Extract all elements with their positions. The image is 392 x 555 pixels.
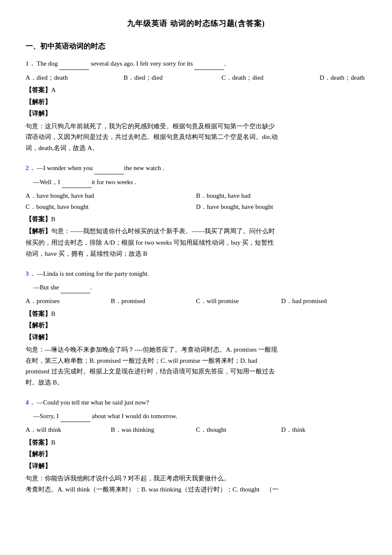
option-d: D．had promised — [281, 296, 366, 307]
option-a: A．promises — [26, 296, 111, 307]
q3-detail: 句意：---琳达今晚不来参加晚会了吗？----但她答应了。考查动词时态。A. p… — [26, 344, 366, 388]
q4-number: 4． — [26, 399, 35, 406]
option-a: A．died；death — [26, 72, 119, 84]
option-c: C．will promise — [196, 296, 281, 307]
question-3: 3． —Linda is not coming for the party to… — [26, 269, 366, 388]
q1-analysis-tag: 【解析】 — [26, 97, 366, 108]
q4-text: 4． —Could you tell me what he said just … — [26, 397, 366, 408]
option-b: B．promised — [111, 296, 196, 307]
q2-text: 2． —I wonder when you the new watch . — [26, 163, 366, 174]
q1-detail-tag: 【详解】 — [26, 108, 366, 119]
q1-text: 1． The dog several days ago. I felt very… — [26, 58, 366, 70]
q2-text2: —Well，I it for two weeks . — [33, 177, 366, 188]
page-title: 九年级英语 动词的时态练习题(含答案) — [26, 17, 366, 30]
q1-answer: 【答案】A — [26, 85, 366, 96]
question-1: 1． The dog several days ago. I felt very… — [26, 58, 366, 153]
q4-detail: 句意：你能告诉我他刚才说什么吗？对不起，我正考虑明天我要做什么。 考查时态。A.… — [26, 473, 366, 495]
q3-answer: 【答案】B — [26, 309, 366, 320]
option-c: C．death；died — [222, 72, 315, 84]
q4-analysis-tag: 【解析】 — [26, 449, 366, 460]
q3-detail-tag: 【详解】 — [26, 332, 366, 343]
question-2: 2． —I wonder when you the new watch . —W… — [26, 163, 366, 259]
q3-number: 3． — [26, 270, 35, 277]
option-d: D．think — [281, 425, 366, 436]
option-d: D．death；death — [320, 72, 392, 84]
option-d: D．have bought, have bought — [196, 202, 366, 213]
q4-options: A．will think B．was thinking C．thought D．… — [26, 425, 366, 436]
q4-text2: —Sorry, I about what I would do tomorrow… — [33, 411, 366, 422]
q2-options: A．have bought, have had B．bought, have h… — [26, 191, 366, 212]
option-c: C．thought — [196, 425, 281, 436]
q2-analysis3: 动词，have 买，拥有，延续性动词；故选 B — [26, 249, 366, 260]
option-a: A．will think — [26, 425, 111, 436]
q1-detail: 句意：这只狗几年前就死了，我为它的死感到难受。根据句意及根据可知第一个空出缺少 … — [26, 121, 366, 154]
q2-answer: 【答案】B — [26, 214, 366, 225]
q1-number: 1． — [26, 60, 35, 67]
q4-detail-tag: 【详解】 — [26, 461, 366, 472]
option-b: B．bought, have had — [196, 191, 366, 202]
q3-analysis-tag: 【解析】 — [26, 320, 366, 331]
q4-answer: 【答案】B — [26, 437, 366, 448]
q2-analysis2: 候买的，用过去时态，排除 A/D；根据 for two weeks 可知用延续性… — [26, 237, 366, 249]
option-c: C．bought, have bought — [26, 202, 196, 213]
q3-text: 3． —Linda is not coming for the party to… — [26, 269, 366, 280]
q1-options: A．died；death B．died；died C．death；died D．… — [26, 72, 366, 84]
q2-number: 2． — [26, 165, 35, 171]
option-b: B．was thinking — [111, 425, 196, 436]
q3-options: A．promises B．promised C．will promise D．h… — [26, 296, 366, 307]
question-4: 4． —Could you tell me what he said just … — [26, 397, 366, 495]
q3-text2: —But she . — [33, 282, 366, 294]
q2-analysis-tag: 【解析】句意：——我想知道你什么时候买的这个新手表。——我买了两周了。问什么时 — [26, 226, 366, 237]
option-a: A．have bought, have had — [26, 191, 196, 202]
option-b: B．died；died — [124, 72, 217, 84]
section-title: 一、初中英语动词的时态 — [26, 40, 366, 53]
